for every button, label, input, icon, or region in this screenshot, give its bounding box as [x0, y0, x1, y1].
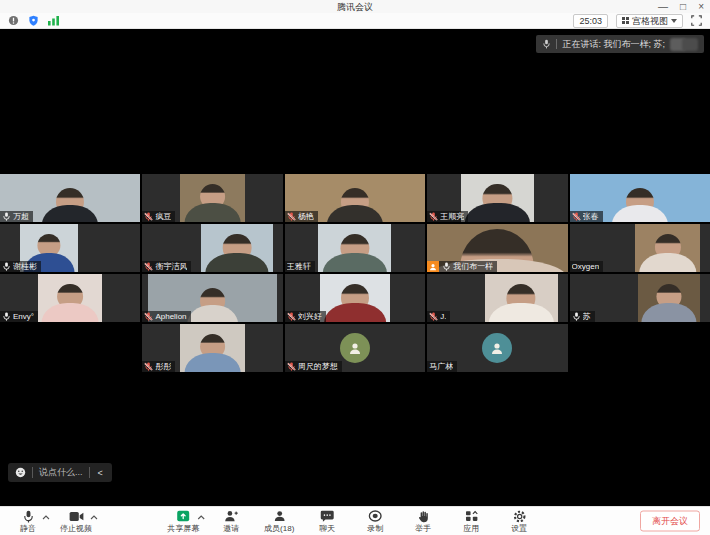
toolbar-button-mic[interactable]: 静音 [6, 509, 50, 533]
participant-tile[interactable]: 张春 [570, 174, 710, 222]
participant-label: 张春 [570, 211, 603, 222]
mic-status-icon [2, 262, 11, 271]
participant-tile[interactable]: 马广林 [427, 324, 567, 372]
toolbar-center-group: 共享屏幕 邀请 成员(18) 聊天 录制 [161, 509, 541, 533]
toolbar-button-record[interactable]: 录制 [353, 509, 397, 533]
participant-tile[interactable]: 谢桂彬 [0, 224, 140, 272]
participant-tile[interactable]: J. [427, 274, 567, 322]
participant-name: 王雅轩 [287, 262, 311, 271]
mic-status-icon [572, 312, 581, 321]
person-silhouette [180, 174, 245, 222]
participant-tile[interactable]: 苏 [570, 274, 710, 322]
minimize-icon[interactable]: — [658, 2, 668, 12]
participant-name: 我们布一样 [453, 262, 493, 271]
participant-name: 苏 [583, 312, 591, 321]
status-left-icons [8, 15, 60, 26]
participant-name: 周尺的梦想 [298, 362, 338, 371]
meeting-protect-shield-icon[interactable] [28, 15, 39, 26]
toolbar-button-share[interactable]: 共享屏幕 [161, 509, 205, 533]
network-signal-icon[interactable] [48, 15, 60, 26]
participant-label: 疯豆 [142, 211, 175, 222]
emoji-icon[interactable] [15, 464, 26, 482]
toolbar-button-invite[interactable]: 邀请 [209, 509, 253, 533]
toolbar-icon [513, 509, 526, 523]
meeting-window: 腾讯会议 — □ × 25:03 宫格视图 [0, 0, 710, 535]
toolbar-icon [465, 509, 478, 523]
collapse-chat-button[interactable]: < [96, 468, 105, 478]
person-silhouette [201, 224, 273, 272]
participant-tile[interactable]: Envy° [0, 274, 140, 322]
participant-video [635, 224, 700, 272]
participant-name: 王顺亮 [440, 212, 464, 221]
participant-label: 王顺亮 [427, 211, 468, 222]
mic-status-icon [572, 212, 581, 221]
leave-meeting-button[interactable]: 离开会议 [640, 511, 700, 532]
person-silhouette [38, 274, 103, 322]
participant-tile[interactable]: 万超 [0, 174, 140, 222]
close-icon[interactable]: × [698, 2, 704, 12]
title-bar: 腾讯会议 — □ × [0, 0, 710, 13]
toolbar-button-hand[interactable]: 举手 [401, 509, 445, 533]
participant-label: 谢桂彬 [0, 261, 41, 272]
participant-tile[interactable]: 王顺亮 [427, 174, 567, 222]
participant-tile[interactable]: 周尺的梦想 [285, 324, 425, 372]
toolbar-button-apps[interactable]: 应用 [449, 509, 493, 533]
participant-label: 衡宇洁风 [142, 261, 191, 272]
participant-name: 万超 [13, 212, 29, 221]
toolbar-label: 停止视频 [60, 524, 92, 533]
participant-tile[interactable]: 我们布一样 [427, 224, 567, 272]
participant-tile[interactable]: 刘兴好 [285, 274, 425, 322]
participant-name: 张春 [583, 212, 599, 221]
mic-status-icon [2, 212, 11, 221]
window-title: 腾讯会议 [0, 1, 710, 14]
view-mode-label: 宫格视图 [632, 15, 668, 27]
toolbar-icon [224, 509, 238, 523]
participant-tile[interactable]: 彤彤 [142, 324, 282, 372]
chat-input-placeholder[interactable]: 说点什么... [39, 466, 83, 479]
participant-video [638, 274, 701, 322]
mic-status-icon [287, 212, 296, 221]
participant-avatar [482, 333, 512, 363]
participant-video [180, 324, 245, 372]
chat-quick-bar[interactable]: 说点什么... < [8, 463, 112, 482]
fullscreen-icon[interactable] [691, 15, 702, 26]
host-badge-icon [427, 261, 439, 272]
participant-tile[interactable]: Aphelion [142, 274, 282, 322]
participant-tile[interactable]: 衡宇洁风 [142, 224, 282, 272]
video-stage: 正在讲话: 我们布一样; 苏; 万超 疯豆 [0, 29, 710, 506]
toolbar-icon [176, 509, 190, 523]
grid-view-icon [622, 17, 629, 24]
toolbar-left-group: 静音 停止视频 [6, 509, 98, 533]
participant-name: 疯豆 [155, 212, 171, 221]
participant-tile[interactable]: 杨艳 [285, 174, 425, 222]
toolbar-button-camera[interactable]: 停止视频 [54, 509, 98, 533]
mic-status-icon [144, 312, 153, 321]
toolbar-label: 应用 [463, 524, 479, 533]
speaking-mic-icon [542, 35, 551, 53]
participant-tile[interactable]: 疯豆 [142, 174, 282, 222]
participant-tile[interactable]: 王雅轩 [285, 224, 425, 272]
participant-video [38, 274, 103, 322]
person-silhouette [485, 274, 558, 322]
participant-label: 王雅轩 [285, 261, 315, 272]
toolbar-button-chat[interactable]: 聊天 [305, 509, 349, 533]
maximize-icon[interactable]: □ [680, 2, 686, 12]
participant-video [180, 174, 245, 222]
participant-label: 万超 [0, 211, 33, 222]
toolbar-label: 邀请 [223, 524, 239, 533]
toolbar-button-members[interactable]: 成员(18) [257, 509, 301, 533]
mic-status-icon [144, 212, 153, 221]
chevron-up-icon[interactable] [42, 515, 50, 520]
bottom-toolbar: 静音 停止视频 共享屏幕 邀请 成员(18) [0, 506, 710, 535]
view-mode-selector[interactable]: 宫格视图 [616, 14, 683, 28]
toolbar-button-settings[interactable]: 设置 [497, 509, 541, 533]
mic-status-icon [429, 312, 438, 321]
meeting-info-icon[interactable] [8, 15, 19, 26]
window-controls: — □ × [658, 0, 704, 13]
participant-name: Envy° [13, 312, 34, 321]
participant-tile[interactable]: Oxygen [570, 224, 710, 272]
chevron-up-icon[interactable] [90, 515, 98, 520]
chevron-up-icon[interactable] [197, 515, 205, 520]
person-silhouette [461, 174, 534, 222]
toolbar-label: 静音 [20, 524, 36, 533]
